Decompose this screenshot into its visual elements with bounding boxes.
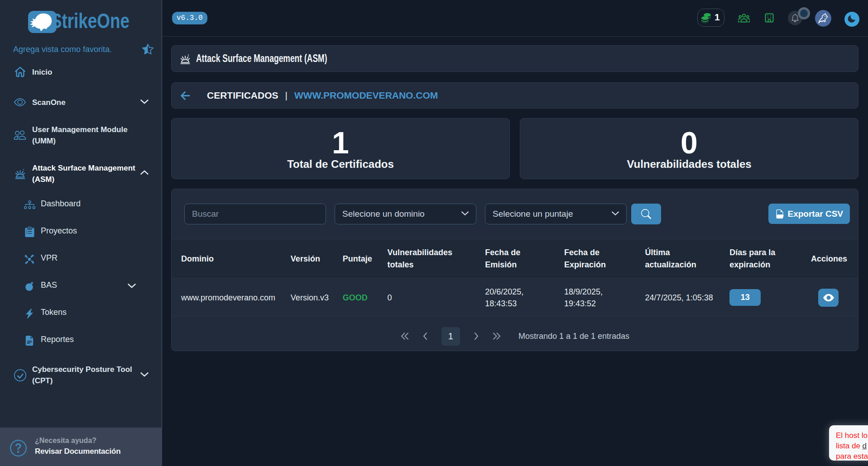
svg-text:CSV: CSV (777, 214, 783, 218)
